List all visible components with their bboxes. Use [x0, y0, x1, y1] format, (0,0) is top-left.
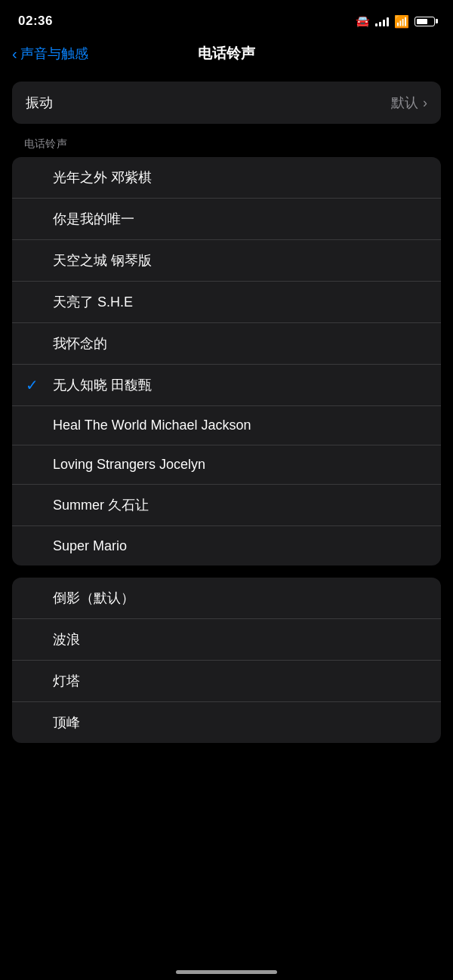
status-bar: 02:36 🚘 📶 [0, 0, 453, 38]
ringtone-text: Loving Strangers Jocelyn [53, 457, 427, 473]
list-item[interactable]: 我怀念的 [12, 323, 441, 365]
page-title: 电话铃声 [198, 44, 255, 63]
ringtone-text: 天空之城 钢琴版 [53, 251, 427, 270]
signal-bars-icon [375, 16, 389, 26]
vibration-row[interactable]: 振动 默认 › [12, 82, 441, 124]
list-item[interactable]: 灯塔 [12, 661, 441, 702]
vibration-chevron-icon: › [423, 95, 427, 111]
ringtone-text: 顶峰 [53, 713, 427, 732]
list-item[interactable]: 天空之城 钢琴版 [12, 240, 441, 282]
ringtone-list-2: 倒影（默认） 波浪 灯塔 顶峰 [12, 578, 441, 743]
ringtone-text: 灯塔 [53, 672, 427, 690]
status-icons: 🚘 📶 [356, 14, 435, 29]
ringtone-text: 无人知晓 田馥甄 [53, 376, 427, 394]
home-indicator [176, 970, 277, 974]
list-item[interactable]: 你是我的唯一 [12, 199, 441, 240]
list-item[interactable]: 倒影（默认） [12, 578, 441, 619]
back-chevron-icon: ‹ [12, 46, 17, 61]
vibration-value: 默认 [391, 94, 418, 112]
back-label: 声音与触感 [20, 45, 88, 63]
vibration-label: 振动 [26, 94, 53, 112]
ringtone-text: Heal The World Michael Jackson [53, 418, 427, 433]
ringtone-text: 光年之外 邓紫棋 [53, 168, 427, 186]
list-item[interactable]: Summer 久石让 [12, 485, 441, 526]
ringtone-text: Super Mario [53, 538, 427, 554]
list-item[interactable]: Heal The World Michael Jackson [12, 406, 441, 445]
list-item[interactable]: 波浪 [12, 619, 441, 661]
car-icon: 🚘 [356, 14, 370, 28]
checkmark-icon: ✓ [26, 376, 44, 394]
vibration-card: 振动 默认 › [12, 82, 441, 124]
ringtone-text: 倒影（默认） [53, 589, 427, 607]
status-time: 02:36 [18, 14, 53, 29]
list-item-selected[interactable]: ✓ 无人知晓 田馥甄 [12, 365, 441, 406]
vibration-value-group: 默认 › [391, 94, 427, 112]
list-item[interactable]: 顶峰 [12, 702, 441, 743]
ringtone-text: 你是我的唯一 [53, 210, 427, 228]
ringtone-section-label: 电话铃声 [0, 131, 453, 156]
battery-icon [414, 17, 435, 26]
back-button[interactable]: ‹ 声音与触感 [12, 45, 88, 63]
list-item[interactable]: 天亮了 S.H.E [12, 282, 441, 323]
list-item[interactable]: 光年之外 邓紫棋 [12, 157, 441, 199]
list-item[interactable]: Loving Strangers Jocelyn [12, 445, 441, 485]
list-item[interactable]: Super Mario [12, 526, 441, 566]
nav-bar: ‹ 声音与触感 电话铃声 [0, 38, 453, 74]
ringtone-list: 光年之外 邓紫棋 你是我的唯一 天空之城 钢琴版 天亮了 S.H.E 我怀念的 … [12, 157, 441, 566]
ringtone-text: 波浪 [53, 630, 427, 649]
ringtone-text: 我怀念的 [53, 334, 427, 353]
ringtone-text: 天亮了 S.H.E [53, 293, 427, 311]
ringtone-text: Summer 久石让 [53, 496, 427, 514]
wifi-icon: 📶 [394, 14, 409, 29]
